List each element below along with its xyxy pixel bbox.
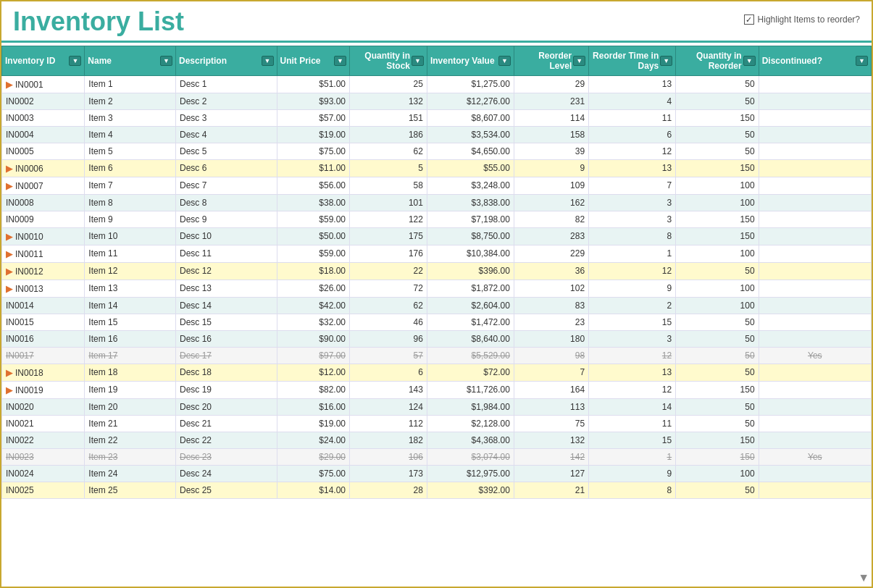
cell-disc: [759, 297, 871, 314]
cell-desc: Desc 5: [175, 143, 277, 159]
cell-qreorder: 50: [676, 143, 759, 159]
cell-id: IN0002: [2, 93, 85, 109]
cell-disc: [759, 227, 871, 245]
cell-qty: 72: [350, 280, 427, 297]
cell-disc: [759, 159, 871, 177]
cell-desc: Desc 22: [175, 432, 277, 448]
cell-reorder: 102: [514, 280, 588, 297]
col-desc-filter[interactable]: ▼: [262, 56, 274, 66]
cell-rtime: 8: [589, 227, 676, 245]
cell-inv: $8,607.00: [427, 109, 514, 126]
flag-icon: ▶: [6, 283, 13, 294]
cell-name: Item 22: [85, 432, 176, 448]
cell-rtime: 9: [589, 465, 676, 482]
cell-name: Item 3: [85, 109, 176, 126]
col-qty[interactable]: Quantity in Stock ▼: [350, 46, 427, 75]
cell-id: IN0025: [2, 482, 85, 498]
col-price-filter[interactable]: ▼: [334, 56, 346, 66]
cell-qreorder: 50: [676, 330, 759, 347]
cell-name: Item 13: [85, 280, 176, 297]
col-disc[interactable]: Discontinued? ▼: [759, 46, 871, 75]
col-disc-filter[interactable]: ▼: [856, 56, 868, 66]
table-row: ▶IN0012Item 12Desc 12$18.0022$396.003612…: [2, 262, 872, 280]
cell-desc: Desc 19: [175, 381, 277, 398]
cell-qty: 96: [350, 330, 427, 347]
col-qreorder-filter[interactable]: ▼: [743, 56, 756, 66]
cell-reorder: 132: [514, 432, 588, 448]
cell-price: $97.00: [277, 347, 349, 364]
cell-disc: [759, 75, 871, 93]
cell-price: $75.00: [277, 465, 349, 482]
highlight-checkbox[interactable]: ✓: [744, 14, 754, 25]
cell-id: IN0004: [2, 126, 85, 143]
highlight-checkbox-area[interactable]: ✓ Highlight Items to reorder?: [744, 7, 860, 25]
col-qreorder[interactable]: Quantity in Reorder ▼: [676, 46, 759, 75]
col-desc[interactable]: Description ▼: [175, 46, 277, 75]
cell-disc: [759, 143, 871, 159]
cell-qreorder: 50: [676, 398, 759, 415]
cell-qreorder: 50: [676, 93, 759, 109]
col-rtime[interactable]: Reorder Time in Days ▼: [589, 46, 676, 75]
cell-inv: $5,529.00: [427, 347, 514, 364]
cell-reorder: 36: [514, 262, 588, 280]
cell-price: $14.00: [277, 482, 349, 498]
cell-id: IN0022: [2, 432, 85, 448]
col-id[interactable]: Inventory ID ▼: [2, 46, 85, 75]
col-name-filter[interactable]: ▼: [160, 56, 172, 66]
cell-inv: $2,128.00: [427, 415, 514, 432]
col-reorder-filter[interactable]: ▼: [573, 56, 585, 66]
cell-name: Item 20: [85, 398, 176, 415]
cell-reorder: 109: [514, 177, 588, 194]
cell-disc: [759, 330, 871, 347]
table-body: ▶IN0001Item 1Desc 1$51.0025$1,275.002913…: [2, 75, 872, 498]
cell-price: $18.00: [277, 262, 349, 280]
cell-qreorder: 150: [676, 211, 759, 227]
table-row: ▶IN0007Item 7Desc 7$56.0058$3,248.001097…: [2, 177, 872, 194]
cell-id: IN0015: [2, 314, 85, 330]
cell-disc: Yes: [759, 448, 871, 465]
flag-icon: ▶: [6, 248, 13, 259]
cell-reorder: 229: [514, 245, 588, 262]
col-price[interactable]: Unit Price ▼: [277, 46, 349, 75]
col-id-filter[interactable]: ▼: [69, 56, 81, 66]
col-qty-filter[interactable]: ▼: [412, 56, 424, 66]
cell-price: $50.00: [277, 227, 349, 245]
table-row: ▶IN0006Item 6Desc 6$11.005$55.00913150: [2, 159, 872, 177]
cell-qty: 151: [350, 109, 427, 126]
cell-desc: Desc 24: [175, 465, 277, 482]
cell-qty: 186: [350, 126, 427, 143]
col-reorder[interactable]: Reorder Level ▼: [514, 46, 588, 75]
cell-rtime: 6: [589, 126, 676, 143]
cell-qty: 124: [350, 398, 427, 415]
cell-id: IN0021: [2, 415, 85, 432]
col-rtime-filter[interactable]: ▼: [660, 56, 672, 66]
cell-name: Item 11: [85, 245, 176, 262]
cell-disc: [759, 280, 871, 297]
table-wrapper: Inventory ID ▼ Name ▼ Description: [1, 43, 872, 499]
col-inv-filter[interactable]: ▼: [498, 56, 511, 66]
cell-inv: $8,750.00: [427, 227, 514, 245]
cell-qreorder: 50: [676, 314, 759, 330]
col-inv[interactable]: Inventory Value ▼: [427, 46, 514, 75]
cell-id: ▶IN0012: [2, 262, 85, 280]
table-row: ▶IN0019Item 19Desc 19$82.00143$11,726.00…: [2, 381, 872, 398]
table-row: ▶IN0011Item 11Desc 11$59.00176$10,384.00…: [2, 245, 872, 262]
col-name[interactable]: Name ▼: [85, 46, 176, 75]
cell-price: $19.00: [277, 126, 349, 143]
header-area: Inventory List ✓ Highlight Items to reor…: [1, 1, 872, 39]
cell-inv: $3,248.00: [427, 177, 514, 194]
cell-desc: Desc 12: [175, 262, 277, 280]
cell-price: $26.00: [277, 280, 349, 297]
cell-rtime: 1: [589, 245, 676, 262]
cell-inv: $4,650.00: [427, 143, 514, 159]
cell-desc: Desc 1: [175, 75, 277, 93]
cell-inv: $4,368.00: [427, 432, 514, 448]
cell-reorder: 21: [514, 482, 588, 498]
cell-rtime: 4: [589, 93, 676, 109]
flag-icon: ▶: [6, 266, 13, 277]
cell-rtime: 3: [589, 330, 676, 347]
col-name-label: Name: [88, 56, 112, 66]
cell-id: IN0009: [2, 211, 85, 227]
flag-icon: ▶: [6, 79, 13, 90]
cell-inv: $1,872.00: [427, 280, 514, 297]
